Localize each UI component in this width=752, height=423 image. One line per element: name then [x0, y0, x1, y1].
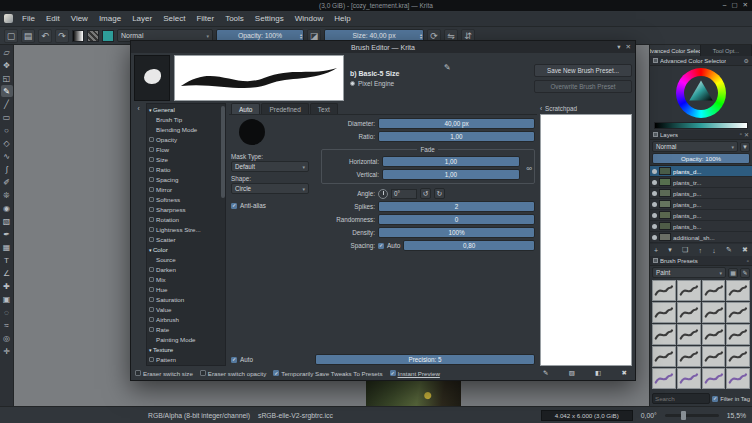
- visibility-icon[interactable]: [652, 191, 657, 196]
- pattern-swatch[interactable]: [87, 30, 99, 42]
- brush-option[interactable]: Value: [147, 304, 221, 314]
- option-checkbox[interactable]: [149, 137, 154, 142]
- option-checkbox[interactable]: [149, 157, 154, 162]
- tab-auto[interactable]: Auto: [231, 103, 260, 114]
- brush-option[interactable]: Spacing: [147, 174, 221, 184]
- move-tool[interactable]: ✥: [1, 59, 13, 71]
- brush-option[interactable]: Painting Mode: [147, 334, 221, 344]
- move-layer-up-icon[interactable]: ↑: [699, 247, 703, 254]
- brush-preset-thumbnail[interactable]: [726, 324, 750, 345]
- assistants-tool[interactable]: ✚: [1, 280, 13, 292]
- menu-image[interactable]: Image: [94, 13, 126, 24]
- menu-edit[interactable]: Edit: [41, 13, 65, 24]
- layer-row[interactable]: plants_d...: [650, 166, 752, 177]
- advanced-color-selector[interactable]: [650, 66, 752, 130]
- scrollbar-thumb[interactable]: [221, 106, 225, 198]
- pan-tool[interactable]: ✛: [1, 345, 13, 357]
- brush-option[interactable]: Strength: [147, 364, 221, 366]
- precision-slider[interactable]: Precision: 5: [315, 354, 535, 365]
- instant-preview-checkbox[interactable]: [390, 370, 396, 376]
- brush-option[interactable]: Blending Mode: [147, 124, 221, 134]
- brush-preset-thumbnail[interactable]: [702, 280, 726, 301]
- brush-preset-thumbnail[interactable]: [702, 368, 726, 389]
- option-checkbox[interactable]: [149, 187, 154, 192]
- brush-preset-thumbnail[interactable]: [652, 302, 676, 323]
- collapse-options-icon[interactable]: ‹: [137, 105, 139, 112]
- layer-row[interactable]: plants_b...: [650, 221, 752, 232]
- foreground-color-swatch[interactable]: [102, 30, 114, 42]
- visibility-icon[interactable]: [652, 213, 657, 218]
- brush-preset-thumbnail[interactable]: [677, 324, 701, 345]
- transform-tool[interactable]: ▱: [1, 46, 13, 58]
- delete-layer-icon[interactable]: ✖: [742, 246, 748, 254]
- menu-settings[interactable]: Settings: [250, 13, 289, 24]
- brush-option[interactable]: Hue: [147, 284, 221, 294]
- menu-filter[interactable]: Filter: [191, 13, 219, 24]
- float-docker-icon[interactable]: ▫: [740, 131, 742, 138]
- scratchpad-fill-background-icon[interactable]: ◧: [595, 369, 601, 377]
- option-checkbox[interactable]: [149, 297, 154, 302]
- dialog-titlebar[interactable]: Brush Editor — Krita ▾ ✕: [131, 41, 635, 53]
- scratchpad-paint-icon[interactable]: ✎: [543, 369, 548, 377]
- spikes-slider[interactable]: 2: [378, 201, 535, 212]
- option-checkbox[interactable]: [149, 287, 154, 292]
- brush-option[interactable]: Sharpness: [147, 204, 221, 214]
- option-checkbox[interactable]: [149, 237, 154, 242]
- brush-preset-thumbnail[interactable]: [726, 302, 750, 323]
- layer-properties-icon[interactable]: ✎: [726, 246, 732, 254]
- brush-option[interactable]: Texture: [147, 344, 221, 354]
- antialias-checkbox[interactable]: [231, 203, 237, 209]
- option-checkbox[interactable]: [149, 147, 154, 152]
- brush-option[interactable]: Rate: [147, 324, 221, 334]
- hue-ring[interactable]: [676, 68, 726, 118]
- close-icon[interactable]: ✕: [743, 1, 748, 9]
- menu-view[interactable]: View: [66, 13, 93, 24]
- brush-option[interactable]: Lightness Stre...: [147, 224, 221, 234]
- brush-preset-thumbnail[interactable]: [702, 346, 726, 367]
- brush-option[interactable]: Darken: [147, 264, 221, 274]
- add-layer-icon[interactable]: +: [654, 247, 658, 254]
- maximize-icon[interactable]: ▢: [731, 1, 737, 9]
- option-checkbox[interactable]: [149, 217, 154, 222]
- zoom-slider[interactable]: [665, 414, 719, 417]
- scratchpad-fill-gradient-icon[interactable]: ▨: [569, 369, 575, 377]
- multibrush-tool[interactable]: ❊: [1, 189, 13, 201]
- settings-icon[interactable]: ⚙: [744, 57, 749, 64]
- collapse-scratchpad-icon[interactable]: ‹: [540, 105, 542, 112]
- option-checkbox[interactable]: [149, 167, 154, 172]
- text-tool[interactable]: T: [1, 254, 13, 266]
- vertical-fade-slider[interactable]: 1,00: [382, 169, 520, 180]
- dynamic-brush-tool[interactable]: ✐: [1, 176, 13, 188]
- brush-option[interactable]: Pattern: [147, 354, 221, 364]
- rotate-cw-icon[interactable]: ↻: [434, 188, 445, 199]
- layer-row[interactable]: additional_sh...: [650, 232, 752, 243]
- float-docker-icon[interactable]: ▫: [747, 258, 749, 264]
- mask-type-dropdown[interactable]: Default ▾: [231, 161, 309, 172]
- brush-preset-thumbnail[interactable]: [652, 324, 676, 345]
- horizontal-fade-slider[interactable]: 1,00: [382, 156, 520, 167]
- brush-option[interactable]: Rotation: [147, 214, 221, 224]
- brush-option[interactable]: Mirror: [147, 184, 221, 194]
- tab-advanced-color-selector[interactable]: Advanced Color Selec...: [650, 45, 701, 56]
- view-mode-icon[interactable]: ▦: [728, 268, 738, 278]
- brush-preset-thumbnail[interactable]: [652, 346, 676, 367]
- rectangular-selection-tool[interactable]: ▣: [1, 293, 13, 305]
- measure-tool[interactable]: ∠: [1, 267, 13, 279]
- visibility-icon[interactable]: [652, 202, 657, 207]
- brush-preset-thumbnail[interactable]: [677, 346, 701, 367]
- brush-option[interactable]: Mix: [147, 274, 221, 284]
- menu-layer[interactable]: Layer: [127, 13, 157, 24]
- menu-select[interactable]: Select: [158, 13, 190, 24]
- layer-row[interactable]: plants_tr...: [650, 177, 752, 188]
- auto-precision-checkbox[interactable]: [231, 357, 237, 363]
- brush-option[interactable]: Source: [147, 254, 221, 264]
- elliptical-selection-tool[interactable]: ◌: [1, 306, 13, 318]
- zoom-tool[interactable]: ◎: [1, 332, 13, 344]
- option-checkbox[interactable]: [149, 197, 154, 202]
- tag-filter-dropdown[interactable]: Paint ▾: [652, 267, 726, 278]
- tab-text[interactable]: Text: [310, 103, 338, 114]
- freehand-brush-tool[interactable]: ✎: [1, 85, 13, 97]
- save-new-preset-button[interactable]: Save New Brush Preset...: [534, 64, 632, 77]
- polyline-tool[interactable]: ∿: [1, 150, 13, 162]
- option-checkbox[interactable]: [149, 207, 154, 212]
